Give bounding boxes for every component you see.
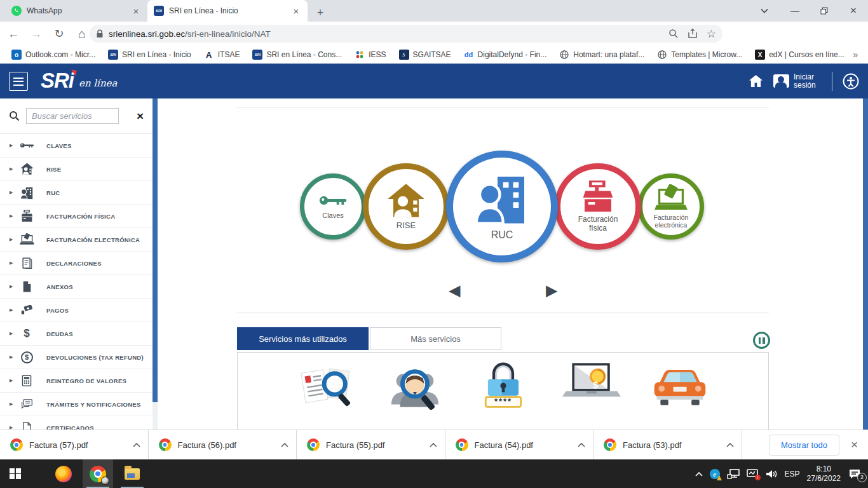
car-icon[interactable] xyxy=(651,362,709,406)
chevron-up-icon[interactable] xyxy=(133,443,140,447)
laptop-dollar-icon[interactable]: $ xyxy=(562,362,621,406)
carousel-item-rise[interactable]: RISE xyxy=(363,163,449,250)
search-input[interactable] xyxy=(26,108,119,124)
forward-icon[interactable]: → xyxy=(27,24,46,43)
bookmark-sri-consultas[interactable]: SRISRI en Línea - Cons... xyxy=(247,50,347,60)
sidebar-item-claves[interactable]: ▶ CLAVES xyxy=(0,134,153,158)
network-icon[interactable] xyxy=(727,469,740,479)
tab-search-chevron-icon[interactable] xyxy=(755,0,774,22)
file-explorer-icon xyxy=(125,468,140,480)
search-icon xyxy=(9,111,20,121)
home-icon[interactable]: ⌂ xyxy=(72,24,92,43)
bookmark-star-icon[interactable]: ☆ xyxy=(707,27,716,41)
bookmark-sri-inicio[interactable]: SRISRI en Línea - Inicio xyxy=(103,50,196,60)
sri-icon: SRI xyxy=(252,50,262,60)
carousel-item-ruc[interactable]: RUC xyxy=(446,151,558,262)
display-settings-icon[interactable]: ! xyxy=(747,469,758,478)
sidebar-item-facturacion-electronica[interactable]: ▶ FACTURACIÓN ELECTRÓNICA xyxy=(0,228,153,252)
bookmark-digitaldefynd[interactable]: ddDigitalDefynd - Fin... xyxy=(459,50,552,60)
sidebar-item-anexos[interactable]: ▶ ANEXOS xyxy=(0,275,153,299)
system-tray: e ! ESP 8:10 27/6/2022 2 xyxy=(695,459,868,488)
carousel-pause-button[interactable] xyxy=(753,332,770,349)
chevron-up-icon[interactable] xyxy=(726,443,734,447)
page-scrollbar[interactable] xyxy=(863,98,868,430)
cash-register-icon xyxy=(580,180,616,212)
action-center-icon[interactable]: 2 xyxy=(848,468,862,480)
reload-icon[interactable]: ↻ xyxy=(50,24,69,43)
share-icon[interactable] xyxy=(688,29,698,39)
sidebar-item-ruc[interactable]: ▶ RUC xyxy=(0,181,153,205)
sidebar-item-reintegro[interactable]: ▶ REINTEGRO DE VALORES xyxy=(0,369,153,393)
close-icon[interactable]: × xyxy=(291,6,301,17)
sidebar-scrollbar[interactable] xyxy=(153,98,158,430)
sidebar-item-rise[interactable]: ▶ RISE xyxy=(0,158,153,181)
lock-icon xyxy=(96,29,104,38)
chevron-up-icon[interactable] xyxy=(430,443,437,447)
document-search-icon[interactable] xyxy=(299,362,356,417)
sri-logo[interactable]: SRi en línea xyxy=(41,69,117,93)
antivirus-icon[interactable]: e xyxy=(710,469,720,479)
taskbar-clock[interactable]: 8:10 27/6/2022 xyxy=(807,464,841,484)
bookmark-edx[interactable]: XedX | Cursos en líne... xyxy=(750,50,850,60)
password-lock-icon[interactable]: **** xyxy=(480,362,527,411)
bookmark-templates[interactable]: Templates | Microw... xyxy=(652,50,747,60)
menu-hamburger-icon[interactable] xyxy=(9,72,28,91)
url-host: srienlinea.sri.gob.ec xyxy=(109,29,185,39)
close-downloads-icon[interactable]: × xyxy=(851,438,858,452)
carousel-next-icon[interactable]: ▶ xyxy=(546,281,557,299)
download-item[interactable]: Factura (54).pdf xyxy=(445,430,594,459)
bookmark-hotmart[interactable]: Hotmart: una plataf... xyxy=(554,50,649,60)
iess-icon xyxy=(355,50,365,60)
language-indicator[interactable]: ESP xyxy=(785,470,800,478)
bookmark-itsae[interactable]: AITSAE xyxy=(199,50,245,60)
clear-search-icon[interactable]: × xyxy=(137,109,144,123)
bookmark-sgaitsae[interactable]: SSGAITSAE xyxy=(394,50,456,60)
close-icon[interactable]: × xyxy=(131,6,141,17)
zoom-icon[interactable] xyxy=(668,29,679,39)
sidebar-item-facturacion-fisica[interactable]: ▶ FACTURACIÓN FÍSICA xyxy=(0,205,153,228)
hidden-icons-chevron[interactable] xyxy=(695,471,703,477)
carousel-item-claves[interactable]: Claves xyxy=(300,173,366,240)
windows-taskbar: e ! ESP 8:10 27/6/2022 2 xyxy=(0,459,868,488)
tab-sri-inicio[interactable]: SRI SRI en Línea - Inicio × xyxy=(147,0,308,22)
address-bar[interactable]: srienlinea.sri.gob.ec/sri-en-linea/inici… xyxy=(90,25,722,43)
bookmark-outlook[interactable]: oOutlook.com - Micr... xyxy=(6,50,100,60)
login-button[interactable]: Iniciar sesión xyxy=(773,73,822,90)
show-all-downloads-button[interactable]: Mostrar todo xyxy=(769,435,839,456)
sidebar-item-tramites[interactable]: ▶ TRÁMITES Y NOTIFICACIONES xyxy=(0,393,153,416)
carousel-prev-icon[interactable]: ◀ xyxy=(449,281,460,299)
taskbar-file-explorer[interactable] xyxy=(117,459,147,488)
close-window-button[interactable]: × xyxy=(839,0,868,22)
sidebar-item-declaraciones[interactable]: ▶ DECLARACIONES xyxy=(0,252,153,275)
tab-servicios-mas-utilizados[interactable]: Servicios más utilizados xyxy=(237,327,369,350)
volume-icon[interactable] xyxy=(765,469,778,479)
tab-whatsapp[interactable]: WhatsApp × xyxy=(5,0,147,22)
chevron-up-icon[interactable] xyxy=(281,443,288,447)
key-icon xyxy=(18,138,35,153)
download-item[interactable]: Factura (53).pdf xyxy=(593,430,742,459)
scrollbar-thumb[interactable] xyxy=(153,98,158,402)
minimize-button[interactable]: — xyxy=(780,0,810,22)
download-item[interactable]: Factura (57).pdf xyxy=(0,430,149,459)
download-item[interactable]: Factura (55).pdf xyxy=(297,430,445,459)
chevron-up-icon[interactable] xyxy=(578,443,585,447)
bookmark-iess[interactable]: IESS xyxy=(349,50,391,60)
taskbar-firefox[interactable] xyxy=(48,459,79,488)
sidebar-item-devoluciones[interactable]: ▶ $ DEVOLUCIONES (TAX REFUND) xyxy=(0,346,153,369)
carousel-item-facturacion-electronica[interactable]: Facturación electrónica xyxy=(638,173,704,240)
bookmarks-overflow-icon[interactable]: » xyxy=(853,50,858,60)
tab-mas-servicios[interactable]: Más servicios xyxy=(370,327,501,350)
new-tab-button[interactable]: + xyxy=(311,4,329,22)
sidebar-item-certificados[interactable]: ▶ CERTIFICADOS xyxy=(0,416,153,430)
start-button[interactable] xyxy=(0,459,31,488)
taskbar-chrome[interactable] xyxy=(83,459,113,488)
sidebar-item-deudas[interactable]: ▶ $ DEUDAS xyxy=(0,322,153,346)
download-item[interactable]: Factura (56).pdf xyxy=(149,430,297,459)
accessibility-icon[interactable] xyxy=(843,73,859,90)
home-icon[interactable] xyxy=(749,74,763,88)
sidebar-item-pagos[interactable]: ▶ PAGOS xyxy=(0,299,153,322)
maximize-button[interactable] xyxy=(810,0,839,22)
carousel-item-facturacion-fisica[interactable]: Facturación física xyxy=(555,163,641,250)
person-search-icon[interactable] xyxy=(386,362,444,417)
back-icon[interactable]: ← xyxy=(4,24,23,43)
